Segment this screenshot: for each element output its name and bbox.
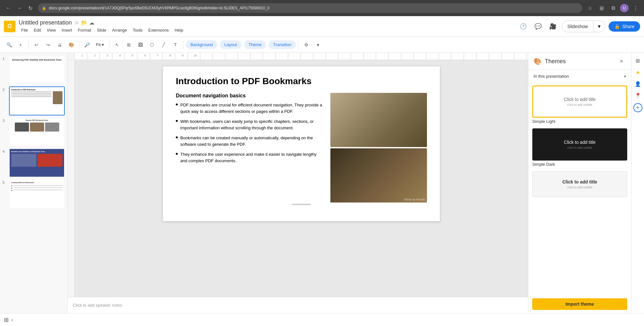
panel-close-button[interactable]: ×	[617, 57, 626, 66]
extension-icon[interactable]: ⊞	[597, 4, 606, 13]
sidebar-maps-icon[interactable]: 📍	[633, 90, 643, 101]
zoom-level-btn[interactable]: 🔎	[82, 40, 92, 50]
sidebar-slides-icon[interactable]: ⊞	[633, 55, 643, 66]
bookmark-icon[interactable]: ☆	[585, 4, 594, 13]
image-btn[interactable]: 🖼	[135, 40, 146, 50]
present-icon[interactable]: 🎥	[547, 21, 559, 32]
menu-tools[interactable]: Tools	[130, 27, 145, 34]
zoom-selector[interactable]: Fit ▾	[93, 41, 107, 48]
print-btn[interactable]: 🖨	[54, 40, 65, 50]
slideshow-main-button[interactable]: Slideshow	[562, 21, 593, 32]
theme-simple-gray[interactable]: Click to add title Click to add subtitle	[532, 171, 627, 197]
theme-btn[interactable]: Theme	[244, 40, 266, 49]
comments-icon[interactable]: 💬	[532, 21, 544, 32]
section-title: In this presentation	[534, 74, 569, 79]
menu-arrange[interactable]: Arrange	[109, 27, 129, 34]
section-header[interactable]: In this presentation ▾	[534, 74, 626, 79]
slide-section-title[interactable]: Document navigation basics	[176, 93, 324, 99]
menu-view[interactable]: View	[44, 27, 58, 34]
zoom-in-btn[interactable]: +	[15, 40, 26, 50]
refresh-button[interactable]: ↻	[26, 4, 35, 13]
cloud-icon[interactable]: ☁	[89, 20, 94, 26]
slide-2-thumb[interactable]: Introduction to PDF Bookmarks	[9, 86, 65, 115]
select-tool-btn[interactable]: ↖	[112, 40, 122, 50]
url-text: docs.google.com/presentation/d/1A7Ji0Qj5…	[49, 6, 270, 10]
profile-avatar[interactable]: U	[620, 4, 629, 12]
share-button[interactable]: 🔒 Share	[609, 21, 640, 32]
speaker-notes-placeholder[interactable]: Click to add speaker notes	[73, 303, 122, 308]
toolbar-sep-4	[183, 41, 183, 49]
text-btn[interactable]: T	[170, 40, 180, 50]
slide-5-thumb[interactable]: Creating Effective Bookmarks	[9, 179, 65, 208]
menu-format[interactable]: Format	[75, 27, 94, 34]
slide-3-container[interactable]: 3 Popular PDF Bookmark Tools	[3, 117, 65, 146]
themes-scroll-area[interactable]: Click to add title Click to add subtitle…	[528, 83, 631, 295]
theme-simple-dark-preview[interactable]: Click to add title Click to add subtitle	[532, 128, 627, 161]
menu-slide[interactable]: Slide	[94, 27, 109, 34]
app-container: G Untitled presentation ☆ 📁 ☁ File Edit …	[0, 16, 644, 326]
transition-btn[interactable]: Transition	[269, 40, 296, 49]
main-slide-canvas[interactable]: Introduction to PDF Bookmarks Document n…	[163, 66, 440, 221]
search-toolbar-btn[interactable]: 🔍	[4, 40, 14, 50]
slide-main-title[interactable]: Introduction to PDF Bookmarks	[176, 76, 427, 86]
undo-btn[interactable]: ↩	[31, 40, 42, 50]
document-title[interactable]: Untitled presentation	[19, 19, 72, 26]
slide-1-container[interactable]: 1 Enhancing PDF Stability with Bookmark …	[3, 55, 65, 84]
themes-icon: 🎨	[534, 57, 542, 65]
slide-3-thumb[interactable]: Popular PDF Bookmark Tools	[9, 117, 65, 146]
theme-simple-light-preview[interactable]: Click to add title Click to add subtitle	[532, 85, 627, 118]
image-top	[330, 93, 427, 147]
grid-view-icon[interactable]: ⊞	[4, 316, 9, 323]
slides-panel-toggle[interactable]: ‹	[11, 317, 13, 323]
paint-format-btn[interactable]: 🎨	[66, 40, 76, 50]
lock-icon: 🔒	[42, 6, 46, 10]
theme-simple-light[interactable]: Click to add title Click to add subtitle…	[532, 85, 627, 124]
slide-4-thumb[interactable]: Benefits and Limitations of Bookmark Too…	[9, 148, 65, 177]
menu-file[interactable]: File	[19, 27, 31, 34]
sidebar-themes-icon[interactable]: ★	[633, 67, 643, 77]
slide-1-title: Enhancing PDF Stability with Bookmark To…	[10, 56, 64, 62]
theme-simple-dark[interactable]: Click to add title Click to add subtitle…	[532, 128, 627, 167]
canvas-with-ruler: Introduction to PDF Bookmarks Document n…	[68, 60, 528, 297]
slide-1-thumb[interactable]: Enhancing PDF Stability with Bookmark To…	[9, 55, 65, 84]
slide-3-grid	[15, 123, 59, 132]
star-icon[interactable]: ☆	[74, 20, 79, 26]
shape-btn[interactable]: ⬡	[147, 40, 157, 50]
slide-4-blocks	[11, 154, 62, 167]
line-btn[interactable]: ╱	[158, 40, 169, 50]
slide-2-container[interactable]: 2 Introduction to PDF Bookmarks	[3, 86, 65, 115]
version-history-icon[interactable]: 🕐	[517, 21, 529, 32]
panel-title-row: 🎨 Themes	[534, 57, 566, 65]
slides-panel: 1 Enhancing PDF Stability with Bookmark …	[0, 53, 68, 313]
menu-extensions[interactable]: Extensions	[146, 27, 172, 34]
sidebar-add-button[interactable]: +	[633, 103, 642, 112]
slideshow-dropdown-button[interactable]: ▾	[593, 21, 605, 32]
background-btn[interactable]: Background	[186, 40, 217, 49]
slide-5-container[interactable]: 5 Creating Effective Bookmarks	[3, 179, 65, 208]
toolbar: 🔍 + ↩ ↪ 🖨 🎨 🔎 Fit ▾ ↖ ⊞ 🖼 ⬡ ╱ T Backgrou…	[0, 37, 644, 53]
toolbar-sep-1	[28, 41, 29, 49]
back-button[interactable]: ←	[4, 4, 13, 13]
transform-btn[interactable]: ⊞	[124, 40, 134, 50]
format-options-btn[interactable]: ⚙	[301, 40, 312, 50]
sidebar-people-icon[interactable]: 👤	[633, 79, 643, 89]
menu-help[interactable]: Help	[172, 27, 186, 34]
more-menu-icon[interactable]: ⋮	[631, 4, 640, 13]
canvas-scroll[interactable]: Introduction to PDF Bookmarks Document n…	[75, 60, 528, 297]
menu-edit[interactable]: Edit	[31, 27, 43, 34]
doc-title-row: Untitled presentation ☆ 📁 ☁	[19, 19, 186, 26]
layout-btn[interactable]: Layout	[220, 40, 242, 49]
menu-insert[interactable]: Insert	[59, 27, 75, 34]
redo-btn[interactable]: ↪	[43, 40, 53, 50]
forward-button[interactable]: →	[15, 4, 24, 13]
folder-icon[interactable]: 📁	[81, 20, 87, 26]
slide-5-num: 5	[3, 179, 7, 184]
expand-btn[interactable]: ▾	[313, 40, 323, 50]
address-bar[interactable]: 🔒 docs.google.com/presentation/d/1A7Ji0Q…	[38, 3, 582, 13]
speaker-notes[interactable]: Click to add speaker notes	[68, 297, 528, 313]
import-theme-button[interactable]: Import theme	[532, 298, 627, 310]
theme-simple-gray-preview[interactable]: Click to add title Click to add subtitle	[532, 171, 627, 197]
split-screen-icon[interactable]: ⧉	[609, 4, 618, 13]
app-icon: G	[4, 21, 15, 32]
slide-4-container[interactable]: 4 Benefits and Limitations of Bookmark T…	[3, 148, 65, 177]
